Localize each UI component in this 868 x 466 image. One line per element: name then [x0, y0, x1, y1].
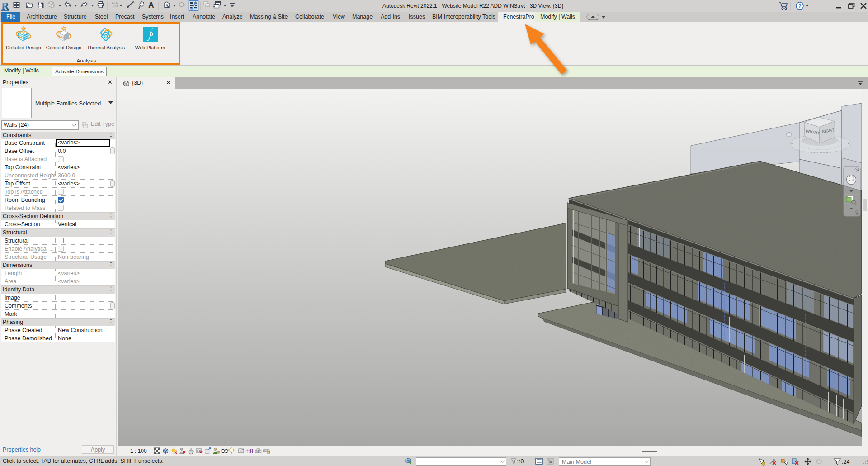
- svg-text:A: A: [148, 0, 154, 10]
- svg-text::24: :24: [842, 459, 849, 465]
- svg-text:?: ?: [763, 462, 765, 466]
- svg-text:R: R: [1, 0, 9, 12]
- svg-text:?: ?: [798, 3, 802, 10]
- svg-text:1: 1: [141, 2, 143, 6]
